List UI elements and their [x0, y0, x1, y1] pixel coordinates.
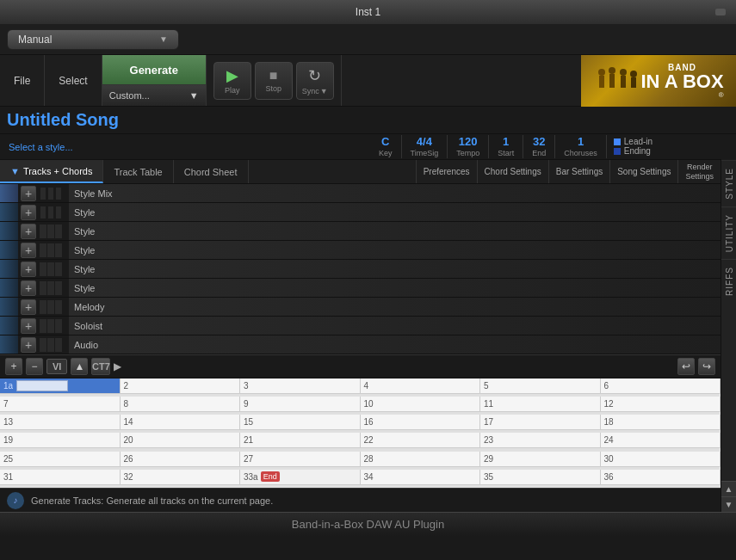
chord-cell-35[interactable]: 35 [480, 470, 601, 485]
track-ctrl-2[interactable] [47, 187, 54, 200]
track-ctrl-1[interactable] [40, 206, 46, 219]
track-ctrl-2[interactable] [47, 243, 54, 257]
tempo-param[interactable]: 120 Tempo [448, 135, 489, 157]
track-ctrl-3[interactable] [55, 206, 62, 219]
timesig-param[interactable]: 4/4 TimeSig [402, 135, 448, 157]
track-add-button[interactable]: + [21, 299, 36, 315]
track-ctrl-3[interactable] [55, 225, 62, 238]
custom-dropdown[interactable]: Custom... ▼ [102, 85, 206, 106]
chord-cell-29[interactable]: 29 [480, 452, 601, 467]
track-ctrl-1[interactable] [40, 243, 46, 257]
chord-cell-25[interactable]: 25 [0, 452, 121, 467]
scroll-up-button[interactable]: ▲ [721, 481, 737, 496]
tab-chord-sheet[interactable]: Chord Sheet [174, 160, 249, 183]
chord-cell-27[interactable]: 27 [240, 452, 361, 467]
add-track-button[interactable]: + [5, 358, 22, 375]
track-add-button[interactable]: + [21, 243, 36, 258]
track-ctrl-3[interactable] [55, 319, 62, 333]
up-button[interactable]: ▲ [71, 358, 88, 375]
track-ctrl-2[interactable] [47, 281, 54, 295]
track-ctrl-1[interactable] [40, 187, 46, 200]
chord-cell-23[interactable]: 23 [480, 433, 601, 448]
sidebar-tab-utility[interactable]: UTILITY [721, 206, 737, 259]
select-menu[interactable]: Select [45, 55, 102, 106]
redo-button[interactable]: ↪ [698, 358, 715, 375]
chord-cell-3[interactable]: 3 [240, 378, 361, 394]
chord-cell-16[interactable]: 16 [361, 415, 481, 430]
sync-button[interactable]: ↻ Sync ▼ [296, 62, 334, 100]
track-ctrl-1[interactable] [40, 262, 46, 276]
chord-cell-4[interactable]: 4 [361, 378, 481, 394]
track-ctrl-2[interactable] [47, 206, 54, 219]
sidebar-tab-style[interactable]: STYLE [721, 160, 737, 206]
tab-render-settings[interactable]: Render Settings [677, 160, 721, 183]
track-ctrl-1[interactable] [40, 281, 46, 295]
chord-cell-6[interactable]: 6 [601, 378, 721, 394]
chord-cell-20[interactable]: 20 [121, 433, 241, 448]
chord-cell-22[interactable]: 22 [361, 433, 481, 448]
key-param[interactable]: C Key [370, 135, 402, 157]
track-add-button[interactable]: + [21, 280, 36, 296]
track-ctrl-3[interactable] [55, 262, 62, 276]
play-button[interactable]: ▶ Play [213, 62, 251, 100]
stop-button[interactable]: ■ Stop [255, 62, 293, 100]
chord-cell-18[interactable]: 18 [601, 415, 721, 430]
chord-cell-10[interactable]: 10 [361, 397, 481, 412]
track-ctrl-2[interactable] [47, 319, 54, 333]
chord-cell-31[interactable]: 31 [0, 470, 121, 485]
track-ctrl-1[interactable] [40, 338, 46, 352]
track-ctrl-1[interactable] [40, 300, 46, 314]
select-style-link[interactable]: Select a style... [0, 142, 370, 152]
chord-cell-36[interactable]: 36 [601, 470, 721, 485]
track-ctrl-3[interactable] [55, 300, 62, 314]
track-add-button[interactable]: + [21, 205, 36, 220]
chord-cell-28[interactable]: 28 [361, 452, 481, 467]
chord-cell-19[interactable]: 19 [0, 433, 121, 448]
track-add-button[interactable]: + [21, 186, 36, 201]
sidebar-tab-riffs[interactable]: RIFFS [721, 259, 737, 303]
track-ctrl-3[interactable] [55, 281, 62, 295]
manual-dropdown[interactable]: Manual ▼ [7, 29, 179, 50]
track-ctrl-2[interactable] [47, 262, 54, 276]
start-param[interactable]: 1 Start [489, 135, 523, 157]
track-ctrl-3[interactable] [55, 243, 62, 257]
chord-cell-34[interactable]: 34 [361, 470, 481, 485]
track-ctrl-2[interactable] [47, 300, 54, 314]
track-ctrl-3[interactable] [55, 187, 62, 200]
chord-cell-12[interactable]: 12 [601, 397, 721, 412]
chord-cell-9[interactable]: 9 [240, 397, 361, 412]
track-ctrl-1[interactable] [40, 225, 46, 238]
scroll-down-button[interactable]: ▼ [721, 496, 737, 512]
chord-cell-14[interactable]: 14 [121, 415, 241, 430]
track-ctrl-2[interactable] [47, 225, 54, 238]
track-add-button[interactable]: + [21, 224, 36, 239]
track-add-button[interactable]: + [21, 262, 36, 277]
chord-cell-11[interactable]: 11 [480, 397, 601, 412]
track-ctrl-3[interactable] [55, 338, 62, 352]
chord-cell-2[interactable]: 2 [121, 378, 241, 394]
end-param[interactable]: 32 End [523, 135, 555, 157]
chord-cell-21[interactable]: 21 [240, 433, 361, 448]
chord-cell-30[interactable]: 30 [601, 452, 721, 467]
tab-tracks-chords[interactable]: ▼ Tracks + Chords [0, 160, 103, 183]
track-add-button[interactable]: + [21, 337, 36, 353]
choruses-param[interactable]: 1 Choruses [555, 135, 607, 157]
chord-cell-15[interactable]: 15 [240, 415, 361, 430]
chord-input-1a[interactable] [16, 380, 68, 391]
chord-cell-5[interactable]: 5 [480, 378, 601, 394]
ct7-badge[interactable]: CT7 [91, 358, 110, 375]
track-add-button[interactable]: + [21, 318, 36, 334]
undo-button[interactable]: ↩ [677, 358, 695, 375]
tab-bar-settings[interactable]: Bar Settings [548, 160, 609, 183]
small-play-button[interactable]: ▶ [114, 360, 121, 372]
file-menu[interactable]: File [0, 55, 45, 106]
chord-cell-24[interactable]: 24 [601, 433, 721, 448]
chord-cell-17[interactable]: 17 [480, 415, 601, 430]
chord-cell-13[interactable]: 13 [0, 415, 121, 430]
chord-cell-33a[interactable]: 33a End [240, 470, 361, 485]
tab-preferences[interactable]: Preferences [416, 160, 477, 183]
tab-song-settings[interactable]: Song Settings [609, 160, 677, 183]
chord-cell-1a[interactable]: 1a [0, 378, 121, 394]
chord-cell-26[interactable]: 26 [121, 452, 241, 467]
track-ctrl-1[interactable] [40, 319, 46, 333]
